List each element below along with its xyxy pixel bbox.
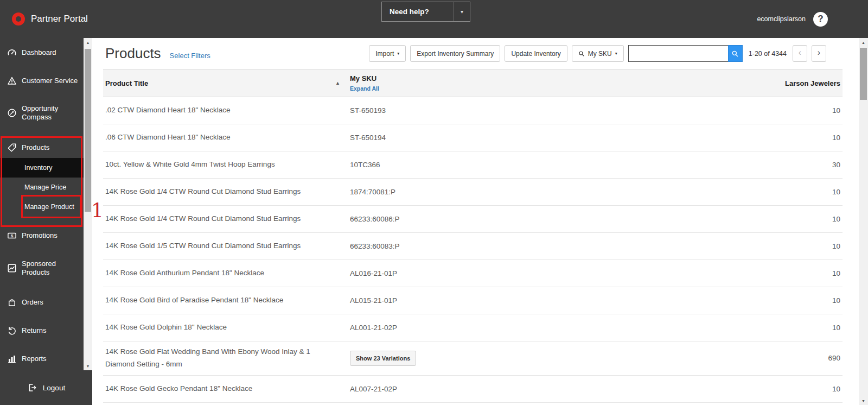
export-label: Export Inventory Summary — [417, 50, 494, 58]
table-row[interactable]: .02 CTW Diamond Heart 18" Necklace ST-65… — [103, 97, 843, 124]
sidebar-item-dashboard[interactable]: Dashboard — [0, 42, 84, 63]
sidebar-item-orders[interactable]: Orders — [0, 292, 84, 313]
table-row[interactable]: .06 CTW Diamond Heart 18" Necklace ST-65… — [103, 124, 843, 151]
table-row[interactable]: 14K Rose Gold 1/4 CTW Round Cut Diamond … — [103, 206, 843, 233]
next-page-button[interactable]: › — [812, 45, 826, 62]
sku-cell: AL001-21-02P — [350, 324, 772, 332]
sidebar-item-label: Returns — [22, 326, 47, 335]
sidebar-item-reports[interactable]: Reports — [0, 349, 84, 369]
previous-page-button[interactable]: ‹ — [793, 45, 807, 62]
sidebar-subitem-inventory[interactable]: Inventory — [0, 158, 84, 178]
sidebar-item-products[interactable]: Products — [0, 137, 84, 158]
table-row[interactable]: 10ct. Yellow & White Gold 4mm Twist Hoop… — [103, 151, 843, 179]
page-title: Products — [105, 45, 161, 62]
warning-icon — [7, 76, 17, 86]
table-row[interactable]: 14K Rose Gold 1/5 CTW Round Cut Diamond … — [103, 233, 843, 260]
scroll-down-arrow-icon[interactable]: ▼ — [84, 362, 92, 370]
qty-cell: 10 — [772, 134, 843, 142]
sku-filter-dropdown[interactable]: My SKU ▾ — [572, 45, 624, 62]
search-icon — [578, 50, 585, 57]
sku-cell: 10TC366 — [350, 161, 772, 169]
qty-cell: 10 — [772, 324, 843, 332]
product-title-cell: 14K Rose Gold Flat Wedding Band With Ebo… — [103, 346, 350, 371]
table-row[interactable]: 14K Rose Gold Anthurium Pendant 18" Neck… — [103, 260, 843, 287]
column-header-larson-jewelers: Larson Jewelers — [772, 79, 843, 87]
sidebar-subitem-manage-product[interactable]: Manage Product — [0, 197, 84, 217]
brand[interactable]: Partner Portal — [0, 12, 88, 26]
search-group — [628, 45, 743, 62]
product-title-cell: 14K Rose Gold 1/4 CTW Round Cut Diamond … — [103, 213, 350, 225]
sidebar-item-label: Reports — [22, 355, 47, 363]
help-icon[interactable]: ? — [813, 12, 828, 27]
product-title-cell: 14K Rose Gold Bird of Paradise Pendant 1… — [103, 294, 350, 307]
sidebar-item-label: Promotions — [22, 231, 58, 240]
sku-cell: ST-650194 — [350, 134, 772, 142]
svg-text:$: $ — [11, 233, 14, 238]
product-title-cell: .06 CTW Diamond Heart 18" Necklace — [103, 131, 350, 144]
sidebar-subitem-manage-price[interactable]: Manage Price — [0, 178, 84, 197]
qty-cell: 30 — [772, 161, 843, 169]
import-label: Import — [375, 50, 394, 58]
product-title-cell: .02 CTW Diamond Heart 18" Necklace — [103, 104, 350, 117]
product-title-cell: 14K Rose Gold 1/5 CTW Round Cut Diamond … — [103, 240, 350, 252]
import-button[interactable]: Import ▾ — [369, 45, 406, 62]
table-row[interactable]: 14K Rose Gold 1/4 CTW Round Cut Diamond … — [103, 179, 843, 206]
search-icon — [731, 50, 739, 58]
sidebar-item-returns[interactable]: Returns — [0, 320, 84, 341]
logout-label: Logout — [43, 384, 65, 392]
toolbar: Import ▾ Export Inventory Summary Update… — [369, 45, 826, 62]
qty-cell: 10 — [772, 269, 843, 277]
expand-all-link[interactable]: Expand All — [350, 85, 382, 92]
table-row[interactable]: 14K Rose Gold Flat Wedding Band With Ebo… — [103, 341, 843, 376]
product-title-cell: 10ct. Yellow & White Gold 4mm Twist Hoop… — [103, 159, 350, 171]
qty-cell: 10 — [772, 242, 843, 250]
main-scrollbar[interactable]: ▲ ▼ — [859, 38, 868, 405]
sku-filter-label: My SKU — [588, 50, 612, 58]
update-inventory-button[interactable]: Update Inventory — [505, 45, 567, 62]
column-header-my-sku: My SKU Expand All — [350, 74, 772, 92]
need-help-label: Need help? — [382, 2, 454, 21]
table-row[interactable]: 14K Rose Gold Bird of Paradise Pendant 1… — [103, 287, 843, 314]
select-filters-link[interactable]: Select Filters — [170, 52, 210, 60]
logout-button[interactable]: Logout — [0, 370, 92, 405]
show-variations-button[interactable]: Show 23 Variations — [350, 351, 416, 366]
column-header-product-title[interactable]: Product Title ▲ — [103, 79, 350, 87]
scroll-up-arrow-icon[interactable]: ▲ — [859, 38, 868, 47]
sidebar-item-opportunity-compass[interactable]: Opportunity Compass — [0, 99, 84, 127]
tag-icon — [7, 143, 17, 153]
sku-cell: 1874:70081:P — [350, 188, 772, 196]
scroll-down-arrow-icon[interactable]: ▼ — [859, 396, 868, 405]
sidebar-item-label: Sponsored Products — [22, 260, 81, 277]
product-title-cell: 14K Rose Gold 1/4 CTW Round Cut Diamond … — [103, 186, 350, 198]
sku-cell: AL016-21-01P — [350, 269, 772, 277]
table-row[interactable]: 14K Rose Gold Dolphin 18" Necklace AL001… — [103, 314, 843, 341]
scrollbar-thumb[interactable] — [85, 49, 91, 212]
search-input[interactable] — [628, 45, 728, 62]
brand-logo-icon — [12, 12, 25, 26]
scrollbar-track[interactable] — [84, 47, 92, 362]
chart-up-icon — [7, 263, 17, 273]
qty-cell: 10 — [772, 385, 843, 393]
bag-icon — [7, 298, 17, 307]
pagination-range: 1-20 of 4344 — [749, 50, 787, 58]
need-help-dropdown[interactable]: Need help? ▾ — [381, 2, 470, 22]
qty-cell: 10 — [772, 215, 843, 223]
sidebar-item-label: Dashboard — [22, 48, 56, 57]
sku-cell: 66233:60083:P — [350, 242, 772, 250]
search-button[interactable] — [728, 45, 743, 62]
sidebar-item-customer-service[interactable]: Customer Service — [0, 71, 84, 91]
export-inventory-summary-button[interactable]: Export Inventory Summary — [410, 45, 500, 62]
sku-cell: Show 23 Variations — [350, 351, 772, 366]
brand-name: Partner Portal — [31, 14, 88, 24]
scrollbar-thumb[interactable] — [860, 48, 867, 100]
qty-cell: 10 — [772, 188, 843, 196]
scroll-up-arrow-icon[interactable]: ▲ — [84, 38, 92, 47]
sidebar-item-sponsored-products[interactable]: Sponsored Products — [0, 254, 84, 282]
sku-cell: 66233:60086:P — [350, 215, 772, 223]
table-row[interactable]: 14K Rose Gold Gecko Pendant 18" Necklace… — [103, 376, 843, 403]
caret-down-icon: ▾ — [397, 51, 399, 56]
sidebar-item-promotions[interactable]: $ Promotions — [0, 225, 84, 246]
scrollbar-track[interactable] — [859, 47, 868, 396]
sort-ascending-icon[interactable]: ▲ — [335, 80, 340, 86]
sidebar-scrollbar[interactable]: ▲ ▼ — [84, 38, 92, 370]
